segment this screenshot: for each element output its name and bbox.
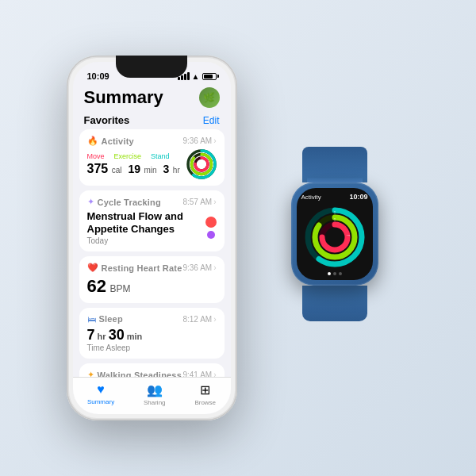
- status-time: 10:09: [87, 71, 109, 81]
- wifi-icon: ▲: [192, 72, 200, 81]
- apple-watch-device: Activity 10:09: [259, 147, 410, 329]
- walking-time: 9:41 AM: [182, 370, 212, 377]
- watch-dots: [301, 272, 368, 275]
- activity-card-header: 🔥 Activity 9:36 AM ›: [87, 136, 217, 146]
- walking-chevron: ›: [213, 370, 216, 377]
- stand-value: 3: [163, 163, 170, 175]
- activity-rings: [186, 149, 217, 179]
- watch-rings-area: ↑ ↑ →: [301, 204, 368, 271]
- health-app-content: Summary 🌿 Favorites Edit 🔥 Activity: [73, 84, 231, 377]
- browse-tab-label: Browse: [194, 399, 216, 406]
- stand-unit: hr: [173, 166, 180, 175]
- cycle-card-header: ✦ Cycle Tracking 8:57 AM ›: [87, 197, 217, 207]
- summary-tab-icon: ♥: [97, 382, 105, 397]
- stand-label: Stand: [151, 152, 170, 160]
- sleep-time: 8:12 AM: [182, 315, 212, 324]
- tab-bar: ♥ Summary 👥 Sharing ⊞ Browse: [73, 377, 231, 414]
- heart-time: 9:36 AM: [182, 263, 212, 272]
- move-value: 375: [87, 162, 109, 175]
- heart-icon: ❤️: [87, 263, 98, 273]
- appetite-dot: [207, 231, 215, 239]
- main-scene: 10:09 ▲ Summ: [67, 56, 410, 420]
- cycle-sub: Today: [87, 236, 205, 245]
- activity-metrics: Move Exercise Stand 375 cal 19: [87, 149, 217, 179]
- activity-time: 9:36 AM: [182, 136, 212, 145]
- exercise-unit: min: [144, 166, 156, 175]
- activity-values: Move Exercise Stand 375 cal 19: [87, 152, 186, 176]
- avatar-emoji: 🌿: [203, 92, 215, 103]
- watch-dot-1: [328, 272, 331, 275]
- activity-chevron: ›: [213, 136, 216, 145]
- tab-sharing[interactable]: 👥 Sharing: [144, 382, 166, 406]
- sleep-hours: 7 hr 30 min: [87, 327, 143, 343]
- watch-activity-rings: ↑ ↑ →: [305, 207, 365, 267]
- cycle-icon: ✦: [87, 197, 94, 207]
- sleep-sub: Time Asleep: [87, 344, 217, 352]
- favorites-label: Favorites: [84, 114, 130, 126]
- cycle-dots: [205, 217, 217, 239]
- walking-icon: ✦: [87, 370, 94, 377]
- watch-band-top: [302, 147, 367, 182]
- cycle-content: Menstrual Flow and Appetite Changes Toda…: [87, 210, 217, 245]
- cycle-chevron: ›: [213, 198, 216, 206]
- move-label: Move: [87, 152, 105, 160]
- activity-card[interactable]: 🔥 Activity 9:36 AM › Move Exercise: [79, 129, 225, 186]
- cycle-title: Cycle Tracking: [98, 198, 161, 207]
- favorites-section-header: Favorites Edit: [73, 113, 231, 129]
- activity-title-row: 🔥 Activity: [87, 136, 134, 146]
- watch-dot-2: [333, 272, 336, 275]
- edit-button[interactable]: Edit: [203, 115, 220, 126]
- sleep-icon: 🛏: [87, 314, 96, 324]
- watch-band-bottom: [302, 286, 367, 321]
- svg-text:↑: ↑: [333, 217, 336, 222]
- watch-body: Activity 10:09: [291, 182, 378, 286]
- sleep-header: 🛏 Sleep 8:12 AM ›: [87, 314, 217, 324]
- page-title: Summary: [84, 87, 163, 108]
- walking-header: ✦ Walking Steadiness 9:41 AM ›: [87, 370, 217, 377]
- heart-rate-value: 62: [87, 276, 106, 296]
- walking-title: Walking Steadiness: [98, 370, 182, 377]
- sleep-card[interactable]: 🛏 Sleep 8:12 AM › 7 hr 30 min Time: [79, 308, 225, 359]
- activity-title: Activity: [102, 136, 134, 146]
- app-header: Summary 🌿: [73, 84, 231, 113]
- cycle-heading: Menstrual Flow and Appetite Changes: [87, 210, 205, 235]
- sharing-tab-icon: 👥: [147, 382, 163, 397]
- sharing-tab-label: Sharing: [144, 399, 166, 406]
- cycle-tracking-card[interactable]: ✦ Cycle Tracking 8:57 AM › Menstrual Flo…: [79, 190, 225, 251]
- summary-tab-label: Summary: [87, 398, 114, 405]
- exercise-value: 19: [128, 163, 140, 175]
- watch-status-bar: Activity 10:09: [301, 193, 368, 201]
- menstrual-dot: [205, 217, 217, 228]
- heart-rate-unit: BPM: [109, 283, 130, 294]
- iphone-device: 10:09 ▲ Summ: [67, 56, 237, 420]
- exercise-label: Exercise: [114, 152, 142, 160]
- sleep-title: Sleep: [99, 314, 123, 324]
- sleep-chevron: ›: [213, 315, 216, 324]
- svg-text:→: →: [345, 232, 351, 238]
- tab-browse[interactable]: ⊞ Browse: [194, 382, 216, 406]
- iphone-screen: 10:09 ▲ Summ: [73, 62, 231, 414]
- heart-chevron: ›: [213, 263, 216, 272]
- battery-icon: [202, 73, 217, 80]
- heart-rate-card[interactable]: ❤️ Resting Heart Rate 9:36 AM › 62 BPM: [79, 256, 225, 303]
- walking-card[interactable]: ✦ Walking Steadiness 9:41 AM › OK May 31…: [79, 363, 225, 377]
- watch-time: 10:09: [349, 193, 367, 201]
- heart-rate-header: ❤️ Resting Heart Rate 9:36 AM ›: [87, 263, 217, 273]
- watch-screen: Activity 10:09: [297, 188, 373, 280]
- tab-summary[interactable]: ♥ Summary: [87, 382, 114, 406]
- avatar[interactable]: 🌿: [199, 87, 220, 108]
- watch-dot-3: [339, 272, 342, 275]
- cycle-time: 8:57 AM: [182, 198, 212, 206]
- watch-app-label: Activity: [301, 194, 321, 201]
- move-unit: cal: [112, 166, 122, 175]
- heart-title: Resting Heart Rate: [102, 263, 182, 273]
- iphone-notch: [116, 56, 187, 78]
- svg-text:↑: ↑: [333, 209, 336, 215]
- activity-icon: 🔥: [87, 136, 98, 146]
- browse-tab-icon: ⊞: [200, 382, 210, 397]
